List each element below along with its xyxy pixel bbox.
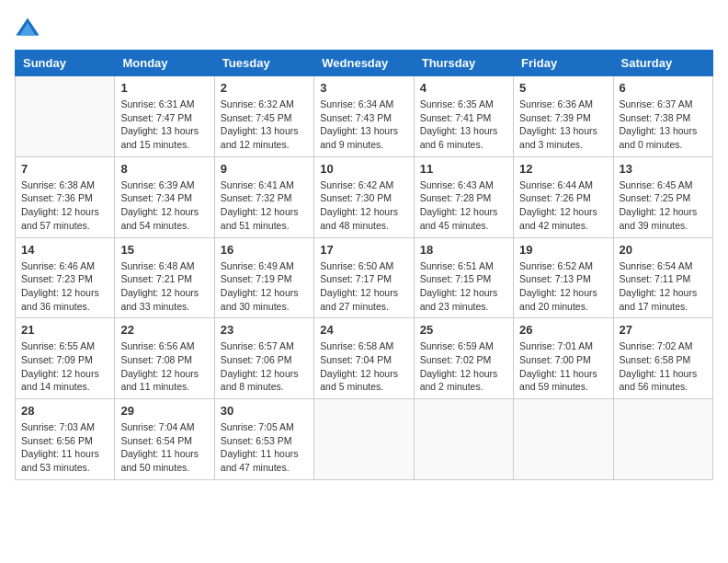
day-info: Sunrise: 6:35 AMSunset: 7:41 PMDaylight:… <box>420 98 507 152</box>
calendar-week-row: 7Sunrise: 6:38 AMSunset: 7:36 PMDaylight… <box>16 156 713 237</box>
calendar-cell: 1Sunrise: 6:31 AMSunset: 7:47 PMDaylight… <box>115 76 214 157</box>
day-number: 17 <box>320 243 407 257</box>
day-number: 2 <box>221 81 308 95</box>
day-info: Sunrise: 7:03 AMSunset: 6:56 PMDaylight:… <box>21 420 108 475</box>
day-info: Sunrise: 6:37 AMSunset: 7:38 PMDaylight:… <box>620 98 707 152</box>
day-info: Sunrise: 7:04 AMSunset: 6:54 PMDaylight:… <box>120 420 208 475</box>
day-number: 21 <box>21 323 108 337</box>
calendar-cell <box>16 76 115 157</box>
weekday-header: Sunday <box>16 51 115 76</box>
day-number: 28 <box>21 404 108 418</box>
calendar-cell: 11Sunrise: 6:43 AMSunset: 7:28 PMDayligh… <box>414 156 513 237</box>
calendar-cell <box>514 399 613 480</box>
calendar-week-row: 14Sunrise: 6:46 AMSunset: 7:23 PMDayligh… <box>16 237 713 318</box>
day-info: Sunrise: 6:58 AMSunset: 7:04 PMDaylight:… <box>320 339 407 394</box>
day-number: 20 <box>620 243 707 257</box>
logo-icon <box>15 15 40 40</box>
calendar-week-row: 1Sunrise: 6:31 AMSunset: 7:47 PMDaylight… <box>16 76 713 157</box>
day-info: Sunrise: 6:31 AMSunset: 7:47 PMDaylight:… <box>120 98 208 152</box>
day-number: 7 <box>21 162 108 176</box>
calendar-cell: 19Sunrise: 6:52 AMSunset: 7:13 PMDayligh… <box>514 237 613 318</box>
day-info: Sunrise: 6:57 AMSunset: 7:06 PMDaylight:… <box>221 339 308 394</box>
day-info: Sunrise: 6:44 AMSunset: 7:26 PMDaylight:… <box>519 178 607 233</box>
day-info: Sunrise: 6:38 AMSunset: 7:36 PMDaylight:… <box>21 178 108 233</box>
calendar-cell <box>314 399 414 480</box>
day-info: Sunrise: 6:52 AMSunset: 7:13 PMDaylight:… <box>519 259 607 314</box>
calendar-cell: 4Sunrise: 6:35 AMSunset: 7:41 PMDaylight… <box>414 76 513 157</box>
day-number: 27 <box>620 323 707 337</box>
day-info: Sunrise: 7:02 AMSunset: 6:58 PMDaylight:… <box>620 339 707 394</box>
calendar-week-row: 28Sunrise: 7:03 AMSunset: 6:56 PMDayligh… <box>16 399 713 480</box>
day-number: 5 <box>519 81 607 95</box>
calendar-cell: 2Sunrise: 6:32 AMSunset: 7:45 PMDaylight… <box>214 76 313 157</box>
calendar-cell: 8Sunrise: 6:39 AMSunset: 7:34 PMDaylight… <box>115 156 214 237</box>
day-number: 14 <box>21 243 108 257</box>
calendar-cell: 29Sunrise: 7:04 AMSunset: 6:54 PMDayligh… <box>115 399 214 480</box>
day-number: 19 <box>519 243 607 257</box>
calendar-cell: 12Sunrise: 6:44 AMSunset: 7:26 PMDayligh… <box>514 156 613 237</box>
page-header <box>15 15 713 40</box>
calendar-cell: 21Sunrise: 6:55 AMSunset: 7:09 PMDayligh… <box>16 318 115 399</box>
day-info: Sunrise: 6:43 AMSunset: 7:28 PMDaylight:… <box>420 178 507 233</box>
day-number: 11 <box>420 162 507 176</box>
day-info: Sunrise: 6:32 AMSunset: 7:45 PMDaylight:… <box>221 98 308 152</box>
day-number: 24 <box>320 323 407 337</box>
calendar-cell: 27Sunrise: 7:02 AMSunset: 6:58 PMDayligh… <box>613 318 712 399</box>
weekday-header: Wednesday <box>314 51 414 76</box>
day-number: 8 <box>120 162 208 176</box>
calendar-table: SundayMondayTuesdayWednesdayThursdayFrid… <box>15 50 713 480</box>
day-info: Sunrise: 6:55 AMSunset: 7:09 PMDaylight:… <box>21 339 108 394</box>
day-number: 16 <box>221 243 308 257</box>
calendar-cell: 13Sunrise: 6:45 AMSunset: 7:25 PMDayligh… <box>613 156 712 237</box>
weekday-header: Monday <box>115 51 214 76</box>
calendar-cell: 3Sunrise: 6:34 AMSunset: 7:43 PMDaylight… <box>314 76 414 157</box>
day-info: Sunrise: 6:56 AMSunset: 7:08 PMDaylight:… <box>120 339 208 394</box>
calendar-cell: 16Sunrise: 6:49 AMSunset: 7:19 PMDayligh… <box>214 237 313 318</box>
calendar-week-row: 21Sunrise: 6:55 AMSunset: 7:09 PMDayligh… <box>16 318 713 399</box>
calendar-cell: 25Sunrise: 6:59 AMSunset: 7:02 PMDayligh… <box>414 318 513 399</box>
day-info: Sunrise: 6:42 AMSunset: 7:30 PMDaylight:… <box>320 178 407 233</box>
day-number: 15 <box>120 243 208 257</box>
calendar-header-row: SundayMondayTuesdayWednesdayThursdayFrid… <box>16 51 713 76</box>
calendar-cell: 14Sunrise: 6:46 AMSunset: 7:23 PMDayligh… <box>16 237 115 318</box>
calendar-cell: 22Sunrise: 6:56 AMSunset: 7:08 PMDayligh… <box>115 318 214 399</box>
calendar-cell: 28Sunrise: 7:03 AMSunset: 6:56 PMDayligh… <box>16 399 115 480</box>
calendar-cell <box>414 399 513 480</box>
day-info: Sunrise: 7:05 AMSunset: 6:53 PMDaylight:… <box>221 420 308 475</box>
calendar-cell: 5Sunrise: 6:36 AMSunset: 7:39 PMDaylight… <box>514 76 613 157</box>
day-number: 25 <box>420 323 507 337</box>
day-info: Sunrise: 6:46 AMSunset: 7:23 PMDaylight:… <box>21 259 108 314</box>
day-info: Sunrise: 7:01 AMSunset: 7:00 PMDaylight:… <box>519 339 607 394</box>
day-info: Sunrise: 6:34 AMSunset: 7:43 PMDaylight:… <box>320 98 407 152</box>
calendar-cell: 23Sunrise: 6:57 AMSunset: 7:06 PMDayligh… <box>214 318 313 399</box>
calendar-cell: 7Sunrise: 6:38 AMSunset: 7:36 PMDaylight… <box>16 156 115 237</box>
day-number: 1 <box>120 81 208 95</box>
day-info: Sunrise: 6:45 AMSunset: 7:25 PMDaylight:… <box>620 178 707 233</box>
logo <box>15 15 44 40</box>
calendar-cell: 20Sunrise: 6:54 AMSunset: 7:11 PMDayligh… <box>613 237 712 318</box>
day-info: Sunrise: 6:36 AMSunset: 7:39 PMDaylight:… <box>519 98 607 152</box>
calendar-cell: 26Sunrise: 7:01 AMSunset: 7:00 PMDayligh… <box>514 318 613 399</box>
calendar-cell: 18Sunrise: 6:51 AMSunset: 7:15 PMDayligh… <box>414 237 513 318</box>
day-number: 9 <box>221 162 308 176</box>
day-number: 10 <box>320 162 407 176</box>
day-number: 30 <box>221 404 308 418</box>
calendar-cell: 6Sunrise: 6:37 AMSunset: 7:38 PMDaylight… <box>613 76 712 157</box>
day-number: 13 <box>620 162 707 176</box>
weekday-header: Tuesday <box>214 51 313 76</box>
day-number: 6 <box>620 81 707 95</box>
weekday-header: Thursday <box>414 51 513 76</box>
calendar-cell: 17Sunrise: 6:50 AMSunset: 7:17 PMDayligh… <box>314 237 414 318</box>
calendar-cell: 9Sunrise: 6:41 AMSunset: 7:32 PMDaylight… <box>214 156 313 237</box>
day-info: Sunrise: 6:41 AMSunset: 7:32 PMDaylight:… <box>221 178 308 233</box>
day-number: 18 <box>420 243 507 257</box>
weekday-header: Saturday <box>613 51 712 76</box>
day-info: Sunrise: 6:59 AMSunset: 7:02 PMDaylight:… <box>420 339 507 394</box>
day-number: 29 <box>120 404 208 418</box>
day-number: 23 <box>221 323 308 337</box>
day-number: 26 <box>519 323 607 337</box>
weekday-header: Friday <box>514 51 613 76</box>
day-number: 12 <box>519 162 607 176</box>
calendar-cell <box>613 399 712 480</box>
calendar-cell: 24Sunrise: 6:58 AMSunset: 7:04 PMDayligh… <box>314 318 414 399</box>
